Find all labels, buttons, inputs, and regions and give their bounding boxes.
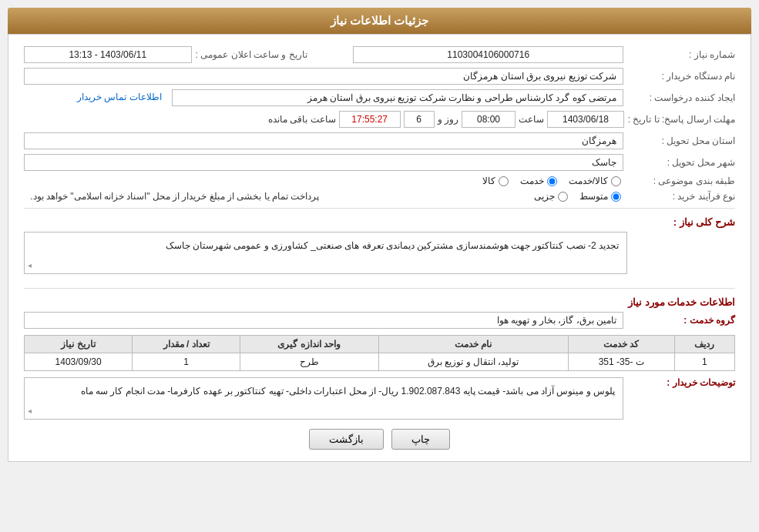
buyer-org-value: شرکت توزیع نیروی برق استان هرمزگان [24, 68, 623, 85]
deadline-label: مهلت ارسال پاسخ: تا تاریخ : [627, 114, 735, 125]
remarks-value: پلوس و مینوس آزاد می باشد- قیمت پایه 1.9… [24, 377, 623, 420]
print-button[interactable]: چاپ [391, 429, 450, 450]
services-table-container: ردیف کد خدمت نام خدمت واحد اندازه گیری ت… [24, 335, 735, 371]
creator-value: مرتضی کوه گرد کارشناس طراحی و نظارت شرکت… [172, 89, 623, 106]
announce-label: تاریخ و ساعت اعلان عمومی : [196, 49, 307, 60]
buy-type-label: نوع فرآیند خرید : [627, 191, 735, 202]
category-label: طبقه بندی موضوعی : [627, 176, 735, 186]
need-desc-value: تجدید 2- نصب کنتاکتور جهت هوشمندسازی مشت… [24, 232, 627, 274]
announce-value: 1403/06/11 - 13:13 [24, 46, 192, 63]
province-value: هرمزگان [24, 132, 623, 149]
category-radio-kala-khedmat[interactable]: کالا/خدمت [569, 176, 621, 186]
deadline-remain: 17:55:27 [339, 111, 401, 128]
table-row: 1ت -35- 351تولید، انتقال و توزیع برقطرح1… [25, 353, 735, 371]
category-radio-khedmat[interactable]: خدمت [520, 176, 557, 186]
creator-contact-link[interactable]: اطلاعات تماس خریدار [24, 89, 168, 106]
deadline-date: 1403/06/18 [547, 111, 624, 128]
col-header-qty: تعداد / مقدار [133, 336, 240, 353]
col-header-name: نام خدمت [378, 336, 568, 353]
col-header-code: کد خدمت [568, 336, 674, 353]
category-radio-kala[interactable]: کالا [482, 176, 509, 186]
creator-label: ایجاد کننده درخواست : [627, 92, 735, 103]
service-group-value: تامین برق، گاز، بخار و تهویه هوا [24, 312, 623, 329]
need-number-label: شماره نیاز : [627, 49, 735, 60]
need-number-value: 1103004106000716 [353, 46, 623, 63]
col-header-id: ردیف [674, 336, 734, 353]
city-value: جاسک [24, 154, 623, 171]
service-info-section-header: اطلاعات خدمات مورد نیاز [24, 296, 735, 308]
need-desc-section-header: شرح کلی نیاز : [24, 216, 735, 228]
deadline-time: 08:00 [462, 111, 516, 128]
deadline-time-label: ساعت [519, 114, 544, 125]
buy-type-radio-motavasset[interactable]: متوسط [579, 191, 621, 202]
buy-type-radio-jozi[interactable]: جزیی [534, 191, 568, 202]
buy-type-desc: پرداخت تمام یا بخشی از مبلغ خریدار از مح… [24, 191, 320, 202]
buy-type-options: متوسط جزیی [326, 191, 622, 202]
remarks-label: توضیحات خریدار : [627, 377, 735, 388]
deadline-days: 6 [404, 111, 435, 128]
col-header-date: تاریخ نیاز [25, 336, 133, 353]
service-group-label: گروه خدمت : [627, 315, 735, 326]
button-row: چاپ بازگشت [24, 429, 735, 450]
province-label: استان محل تحویل : [627, 136, 735, 146]
deadline-remain-label: ساعت باقی مانده [268, 114, 336, 125]
back-button[interactable]: بازگشت [309, 429, 384, 450]
page-title: جزئیات اطلاعات نیاز [331, 14, 428, 27]
category-radio-group: کالا/خدمت خدمت کالا [482, 176, 621, 186]
deadline-day-label: روز و [438, 114, 458, 125]
services-table: ردیف کد خدمت نام خدمت واحد اندازه گیری ت… [24, 335, 735, 371]
buyer-org-label: نام دستگاه خریدار : [627, 71, 735, 82]
page-header: جزئیات اطلاعات نیاز [8, 8, 751, 34]
city-label: شهر محل تحویل : [627, 157, 735, 168]
col-header-unit: واحد اندازه گیری [240, 336, 378, 353]
